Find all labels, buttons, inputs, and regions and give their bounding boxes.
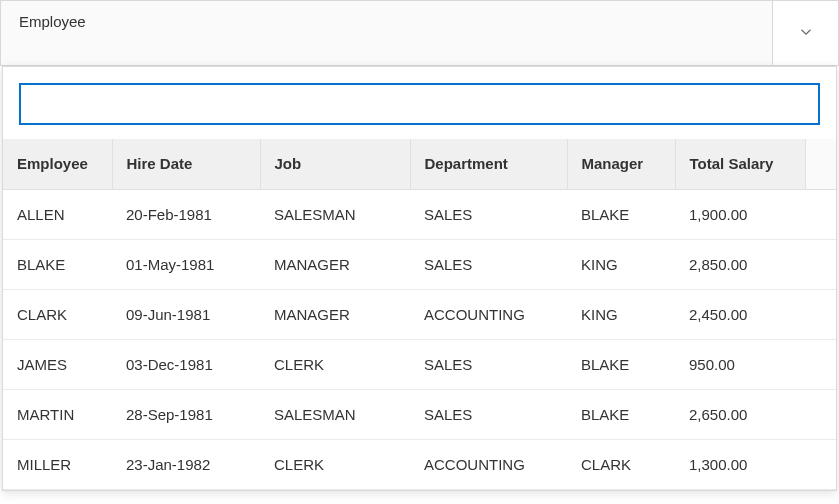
- table-row[interactable]: ALLEN20-Feb-1981SALESMANSALESBLAKE1,900.…: [3, 189, 836, 239]
- cell-manager: CLARK: [567, 439, 675, 489]
- cell-department: ACCOUNTING: [410, 439, 567, 489]
- combo-box-header[interactable]: Employee: [0, 0, 839, 66]
- table-row[interactable]: BLAKE01-May-1981MANAGERSALESKING2,850.00: [3, 239, 836, 289]
- cell-department: SALES: [410, 339, 567, 389]
- cell-job: SALESMAN: [260, 189, 410, 239]
- cell-employee: BLAKE: [3, 239, 112, 289]
- search-input[interactable]: [19, 83, 820, 125]
- cell-total-salary: 1,900.00: [675, 189, 805, 239]
- col-header-total-salary[interactable]: Total Salary: [675, 139, 805, 189]
- cell-hire-date: 09-Jun-1981: [112, 289, 260, 339]
- table-row[interactable]: MARTIN28-Sep-1981SALESMANSALESBLAKE2,650…: [3, 389, 836, 439]
- cell-job: MANAGER: [260, 289, 410, 339]
- cell-employee: CLARK: [3, 289, 112, 339]
- table-row[interactable]: MILLER23-Jan-1982CLERKACCOUNTINGCLARK1,3…: [3, 439, 836, 489]
- cell-manager: BLAKE: [567, 189, 675, 239]
- cell-employee: JAMES: [3, 339, 112, 389]
- cell-department: SALES: [410, 239, 567, 289]
- cell-department: SALES: [410, 389, 567, 439]
- cell-department: ACCOUNTING: [410, 289, 567, 339]
- cell-manager: KING: [567, 289, 675, 339]
- col-header-department[interactable]: Department: [410, 139, 567, 189]
- cell-padding: [805, 189, 836, 239]
- cell-job: SALESMAN: [260, 389, 410, 439]
- cell-employee: ALLEN: [3, 189, 112, 239]
- col-header-manager[interactable]: Manager: [567, 139, 675, 189]
- cell-padding: [805, 289, 836, 339]
- dropdown-panel: Employee Hire Date Job Department Manage…: [2, 66, 837, 491]
- table-row[interactable]: JAMES03-Dec-1981CLERKSALESBLAKE950.00: [3, 339, 836, 389]
- cell-padding: [805, 439, 836, 489]
- cell-manager: KING: [567, 239, 675, 289]
- cell-total-salary: 2,650.00: [675, 389, 805, 439]
- cell-employee: MARTIN: [3, 389, 112, 439]
- cell-padding: [805, 339, 836, 389]
- cell-hire-date: 20-Feb-1981: [112, 189, 260, 239]
- cell-manager: BLAKE: [567, 389, 675, 439]
- cell-total-salary: 1,300.00: [675, 439, 805, 489]
- cell-total-salary: 2,450.00: [675, 289, 805, 339]
- cell-hire-date: 01-May-1981: [112, 239, 260, 289]
- col-header-job[interactable]: Job: [260, 139, 410, 189]
- cell-job: CLERK: [260, 339, 410, 389]
- combo-box-toggle[interactable]: [772, 1, 838, 65]
- table-header-row: Employee Hire Date Job Department Manage…: [3, 139, 836, 189]
- search-wrapper: [3, 67, 836, 139]
- cell-manager: BLAKE: [567, 339, 675, 389]
- cell-total-salary: 2,850.00: [675, 239, 805, 289]
- results-table: Employee Hire Date Job Department Manage…: [3, 139, 836, 490]
- cell-padding: [805, 389, 836, 439]
- cell-total-salary: 950.00: [675, 339, 805, 389]
- cell-hire-date: 28-Sep-1981: [112, 389, 260, 439]
- combo-box-label: Employee: [1, 1, 772, 65]
- col-header-padding: [805, 139, 836, 189]
- col-header-hire-date[interactable]: Hire Date: [112, 139, 260, 189]
- col-header-employee[interactable]: Employee: [3, 139, 112, 189]
- table-row[interactable]: CLARK09-Jun-1981MANAGERACCOUNTINGKING2,4…: [3, 289, 836, 339]
- cell-employee: MILLER: [3, 439, 112, 489]
- cell-hire-date: 03-Dec-1981: [112, 339, 260, 389]
- cell-job: CLERK: [260, 439, 410, 489]
- cell-department: SALES: [410, 189, 567, 239]
- cell-padding: [805, 239, 836, 289]
- cell-job: MANAGER: [260, 239, 410, 289]
- chevron-down-icon: [797, 23, 815, 44]
- cell-hire-date: 23-Jan-1982: [112, 439, 260, 489]
